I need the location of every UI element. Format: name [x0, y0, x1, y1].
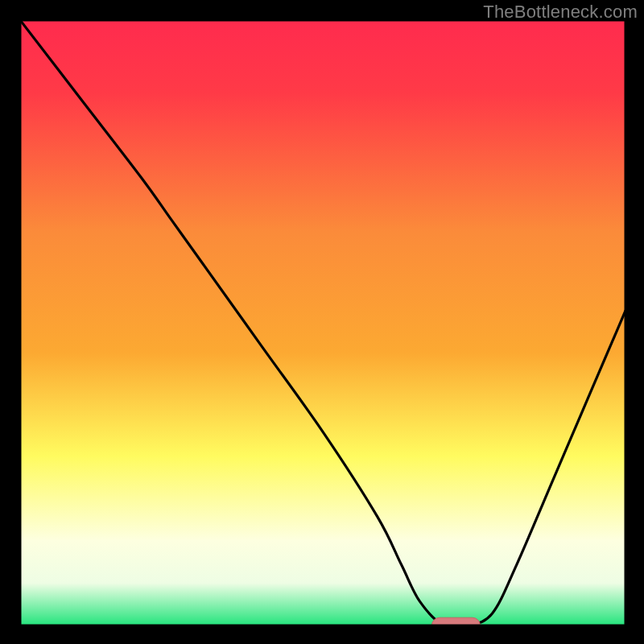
watermark-text: TheBottleneck.com	[483, 2, 638, 23]
chart-gradient-bg	[20, 20, 625, 625]
chart-svg	[0, 0, 644, 644]
chart-frame: TheBottleneck.com	[0, 0, 644, 644]
